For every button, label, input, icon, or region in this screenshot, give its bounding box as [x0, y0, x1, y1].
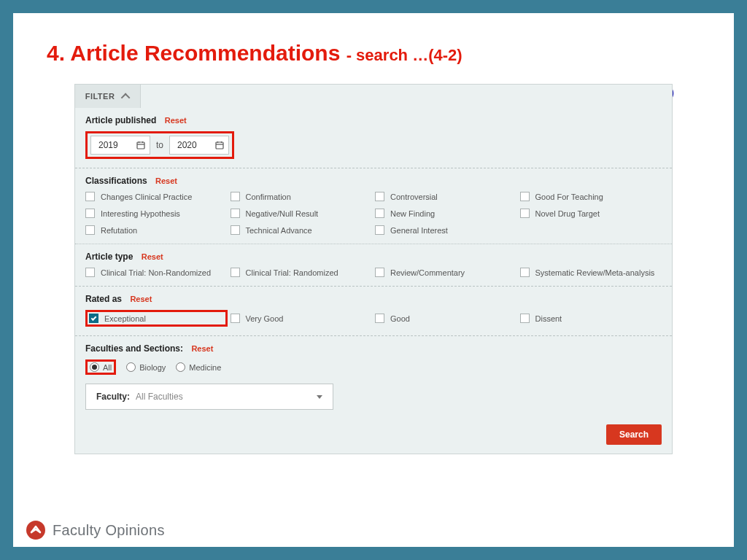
to-label: to — [156, 140, 163, 150]
reset-link[interactable]: Reset — [165, 116, 187, 125]
checkbox-icon — [231, 268, 240, 277]
title-sub: - search …(4-2) — [347, 46, 462, 64]
checkbox-icon — [85, 268, 95, 277]
checkbox-item[interactable]: Good For Teaching — [520, 192, 662, 201]
radio-icon — [176, 362, 185, 372]
svg-rect-0 — [137, 142, 144, 149]
reset-link[interactable]: Reset — [142, 252, 163, 261]
section-faculties: Faculties and Sections: Reset All Biolog… — [75, 336, 672, 419]
checkbox-icon — [375, 268, 384, 277]
checkbox-icon — [85, 225, 95, 235]
checkbox-icon — [231, 209, 240, 218]
filter-toggle-button[interactable]: FILTER — [75, 85, 141, 108]
slide-page: 4. Article Recommendations - search …(4-… — [13, 13, 734, 547]
checkbox-checked-icon — [89, 314, 98, 323]
date-to-input[interactable]: 2020 — [169, 136, 229, 155]
article-type-grid: Clinical Trial: Non-Randomized Clinical … — [85, 268, 662, 277]
checkbox-item[interactable]: Interesting Hypothesis — [85, 209, 228, 218]
checkbox-icon — [520, 209, 530, 218]
checkbox-item[interactable]: Confirmation — [231, 192, 373, 201]
checkbox-item[interactable]: Exceptional — [89, 314, 146, 323]
search-row: Search — [75, 419, 672, 454]
section-article-type: Article type Reset Clinical Trial: Non-R… — [75, 244, 672, 287]
highlight-exceptional: Exceptional — [85, 310, 228, 327]
chevron-up-icon — [121, 93, 131, 102]
radio-icon — [126, 362, 136, 372]
checkbox-item[interactable]: Refutation — [85, 225, 228, 235]
footer-brand: Faculty Opinions — [26, 521, 165, 540]
checkbox-item[interactable]: Clinical Trial: Randomized — [231, 268, 373, 277]
title-main: 4. Article Recommendations — [47, 41, 347, 65]
reset-link[interactable]: Reset — [130, 295, 152, 303]
section-article-published: Article published Reset 2019 to 2020 — [75, 108, 672, 168]
checkbox-icon — [231, 314, 240, 323]
date-to-value: 2020 — [177, 140, 197, 150]
faculty-dropdown-value: All Faculties — [136, 392, 311, 402]
section-rated-as: Rated as Reset Exceptional Very Good Goo… — [75, 287, 672, 336]
checkbox-icon — [375, 225, 384, 235]
calendar-icon — [215, 141, 224, 149]
checkbox-icon — [85, 192, 95, 201]
highlight-all-radio: All — [85, 359, 116, 375]
calendar-icon — [136, 141, 145, 149]
classifications-grid: Changes Clinical Practice Confirmation C… — [85, 192, 662, 235]
faculty-dropdown[interactable]: Faculty: All Faculties — [85, 384, 333, 410]
faculties-label: Faculties and Sections: — [85, 343, 183, 354]
section-heading: Article type Reset — [85, 252, 662, 262]
checkbox-icon — [85, 209, 95, 218]
article-published-label: Article published — [85, 115, 156, 125]
checkbox-icon — [375, 209, 384, 218]
reset-link[interactable]: Reset — [155, 176, 177, 185]
checkbox-item[interactable]: General Interest — [375, 225, 517, 235]
checkbox-icon — [520, 268, 530, 277]
search-button[interactable]: Search — [606, 424, 662, 445]
checkbox-icon — [520, 192, 530, 201]
radio-selected-icon — [90, 362, 99, 372]
checkbox-item[interactable]: Technical Advance — [231, 225, 373, 235]
checkbox-icon — [375, 314, 384, 323]
rated-as-label: Rated as — [85, 294, 122, 304]
filter-panel: FILTER Article published Reset 2019 t — [74, 84, 673, 454]
checkbox-item[interactable]: Clinical Trial: Non-Randomized — [85, 268, 228, 277]
section-heading: Article published Reset — [85, 115, 662, 125]
checkbox-item[interactable]: Changes Clinical Practice — [85, 192, 228, 201]
section-heading: Classifications Reset — [85, 176, 662, 186]
checkbox-item[interactable]: Review/Commentary — [375, 268, 517, 277]
radio-all[interactable]: All — [90, 362, 112, 372]
checkbox-item[interactable]: Dissent — [520, 310, 662, 327]
checkbox-icon — [231, 192, 240, 201]
faculty-opinions-logo-icon — [26, 521, 45, 540]
checkbox-item[interactable]: New Finding — [375, 209, 517, 218]
checkbox-icon — [375, 192, 384, 201]
radio-medicine[interactable]: Medicine — [176, 362, 221, 372]
checkbox-icon — [231, 225, 240, 235]
section-classifications: Classifications Reset Changes Clinical P… — [75, 168, 672, 244]
checkbox-item[interactable]: Negative/Null Result — [231, 209, 373, 218]
section-heading: Rated as Reset — [85, 294, 662, 304]
highlight-date-range: 2019 to 2020 — [85, 131, 234, 159]
checkbox-item[interactable]: Very Good — [231, 310, 373, 327]
checkbox-item[interactable]: Novel Drug Target — [520, 209, 662, 218]
filter-label: FILTER — [85, 92, 115, 101]
filter-header: FILTER — [75, 85, 672, 108]
slide-title: 4. Article Recommendations - search …(4-… — [47, 41, 700, 66]
faculty-dropdown-label: Faculty: — [96, 392, 130, 402]
svg-rect-4 — [216, 142, 223, 149]
checkbox-icon — [520, 314, 530, 323]
article-type-label: Article type — [85, 252, 133, 262]
faculty-radio-group: All Biology Medicine — [85, 359, 662, 375]
checkbox-item[interactable]: Controversial — [375, 192, 517, 201]
section-heading: Faculties and Sections: Reset — [85, 343, 662, 354]
footer-brand-text: Faculty Opinions — [53, 522, 165, 539]
date-from-value: 2019 — [98, 140, 118, 150]
rated-as-grid: Exceptional Very Good Good Dissent — [85, 310, 662, 327]
radio-biology[interactable]: Biology — [126, 362, 166, 372]
date-from-input[interactable]: 2019 — [90, 136, 150, 155]
checkbox-item[interactable]: Good — [375, 310, 517, 327]
classifications-label: Classifications — [85, 176, 147, 186]
caret-down-icon — [317, 395, 322, 399]
reset-link[interactable]: Reset — [191, 344, 213, 353]
checkbox-item[interactable]: Systematic Review/Meta-analysis — [520, 268, 662, 277]
